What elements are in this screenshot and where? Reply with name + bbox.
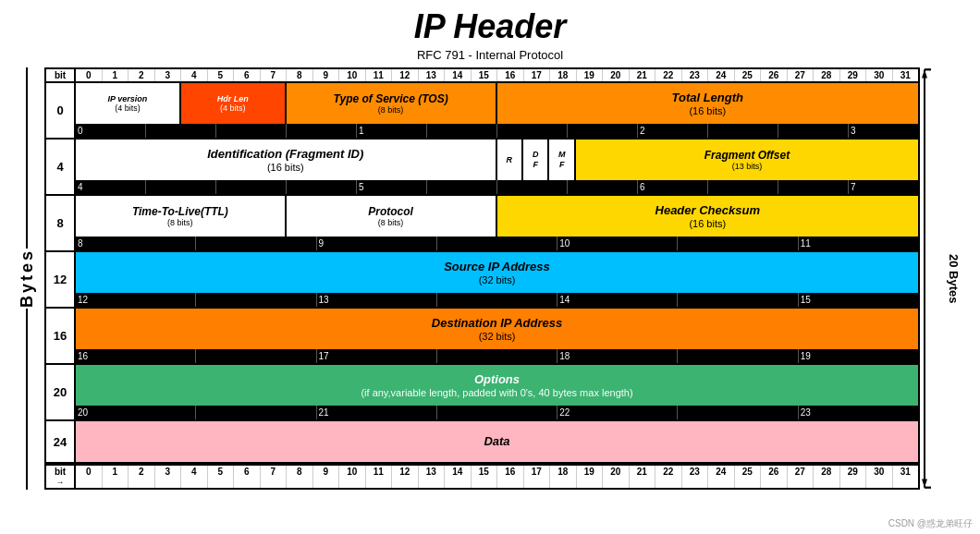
right-brace-svg: [920, 67, 948, 490]
seg-num-4-7: [568, 180, 638, 194]
seg-num-4-3: [287, 180, 357, 194]
byte-label-4: 4: [46, 140, 76, 194]
bit-num-20: 20: [603, 69, 630, 81]
seg-num-12-3: [437, 293, 557, 307]
bit-num-25: 25: [735, 466, 762, 488]
seg-num-20-6: 23: [799, 406, 918, 419]
bit-num-27: 27: [788, 69, 815, 81]
seg-num-4-0: 4: [76, 180, 146, 194]
field-ip-version: IP version(4 bits): [76, 83, 181, 124]
bit-num-0: 0: [76, 466, 103, 488]
seg-num-8-5: [678, 237, 798, 250]
byte-label-0: 0: [46, 83, 76, 138]
watermark: CSDN @惑龙弟旺仔: [888, 517, 973, 530]
seg-num-12-4: 14: [557, 293, 678, 307]
seg-num-4-5: [427, 180, 497, 194]
seg-num-0-7: [568, 124, 638, 138]
bit-num-14: 14: [445, 466, 472, 488]
seg-num-8-3: [437, 237, 557, 250]
bytes-label: Bytes: [18, 249, 37, 308]
seg-num-20-5: [678, 406, 798, 419]
bit-num-12: 12: [392, 466, 419, 488]
bit-num-15: 15: [472, 69, 498, 81]
bit-num-14: 14: [445, 69, 472, 81]
bit-num-9: 9: [313, 466, 340, 488]
bit-num-16: 16: [497, 466, 524, 488]
field-total-length: Total Length(16 bits): [497, 83, 919, 124]
bit-header-label: bit: [55, 70, 66, 80]
data-row-4: 4Identification (Fragment ID)(16 bits)RD…: [46, 140, 918, 196]
bottom-bit-numbers: 0123456789101112131415161718192021222324…: [76, 466, 918, 488]
bit-num-2: 2: [129, 466, 155, 488]
field-hdr-len: Hdr Len(4 bits): [181, 83, 287, 124]
seg-numbers-row-20: 20212223: [76, 406, 918, 419]
bit-num-5: 5: [208, 466, 235, 488]
data-row-20: 20Options(if any,variable length, padded…: [46, 365, 918, 421]
field-protocol: Protocol(8 bits): [287, 196, 497, 237]
bit-num-7: 7: [261, 466, 288, 488]
seg-num-4-4: 5: [357, 180, 427, 194]
data-row-24: 24Data: [46, 421, 918, 464]
seg-num-20-4: 22: [557, 406, 678, 419]
seg-num-16-4: 18: [557, 349, 678, 363]
page-subtitle: RFC 791 - Internal Protocol: [9, 48, 971, 62]
seg-num-16-6: 19: [799, 349, 918, 363]
seg-num-8-6: 11: [799, 237, 918, 250]
seg-num-16-1: [196, 349, 316, 363]
bit-num-8: 8: [287, 69, 313, 81]
right-label-text: 20 Bytes: [947, 254, 961, 303]
bit-num-28: 28: [814, 69, 840, 81]
bit-num-22: 22: [655, 466, 682, 488]
bit-num-31: 31: [893, 466, 919, 488]
bit-num-27: 27: [788, 466, 815, 488]
seg-numbers-row-4: 4567: [76, 180, 918, 194]
seg-num-4-9: [708, 180, 778, 194]
seg-num-4-10: [778, 180, 849, 194]
seg-num-20-1: [196, 406, 316, 419]
seg-num-4-8: 6: [638, 180, 708, 194]
bit-numbers-header: 0123456789101112131415161718192021222324…: [76, 69, 918, 81]
seg-num-8-2: 9: [317, 237, 437, 250]
byte-label-16: 16: [46, 309, 76, 363]
bit-num-7: 7: [261, 69, 288, 81]
bit-num-13: 13: [419, 69, 446, 81]
bit-num-29: 29: [840, 69, 867, 81]
bit-num-23: 23: [682, 69, 709, 81]
seg-numbers-row-16: 16171819: [76, 349, 918, 363]
bit-num-23: 23: [682, 466, 709, 488]
seg-num-20-0: 20: [76, 406, 196, 419]
bit-num-3: 3: [155, 69, 182, 81]
data-row-0: 0IP version(4 bits)Hdr Len(4 bits)Type o…: [46, 83, 918, 140]
bit-num-26: 26: [761, 69, 788, 81]
svg-marker-3: [922, 69, 927, 78]
seg-num-4-11: 7: [849, 180, 918, 194]
field-fragment-offset: Fragment Offset(13 bits): [576, 140, 918, 180]
bit-num-28: 28: [814, 466, 840, 488]
seg-num-0-6: [497, 124, 568, 138]
field-time-to-livettl: Time-To-Live(TTL)(8 bits): [76, 196, 287, 237]
seg-num-8-0: 8: [76, 237, 196, 250]
seg-num-0-10: [778, 124, 849, 138]
seg-numbers-row-0: 0123: [76, 124, 918, 138]
field-m-f: M F: [549, 140, 575, 180]
bit-num-10: 10: [339, 69, 366, 81]
bit-num-21: 21: [630, 466, 656, 488]
field-options: Options(if any,variable length, padded w…: [76, 365, 918, 406]
seg-num-16-0: 16: [76, 349, 196, 363]
bit-num-0: 0: [76, 69, 103, 81]
bit-num-11: 11: [366, 69, 393, 81]
bit-num-9: 9: [313, 69, 340, 81]
bit-num-24: 24: [708, 69, 735, 81]
bit-num-17: 17: [524, 69, 551, 81]
seg-num-12-2: 13: [317, 293, 437, 307]
seg-num-12-0: 12: [76, 293, 196, 307]
seg-num-0-9: [708, 124, 778, 138]
seg-num-0-2: [216, 124, 287, 138]
seg-num-12-6: 15: [799, 293, 918, 307]
bit-num-29: 29: [840, 466, 867, 488]
bit-num-22: 22: [655, 69, 682, 81]
bit-num-18: 18: [550, 466, 577, 488]
seg-num-16-3: [437, 349, 557, 363]
seg-num-4-1: [146, 180, 216, 194]
bit-num-3: 3: [155, 466, 182, 488]
